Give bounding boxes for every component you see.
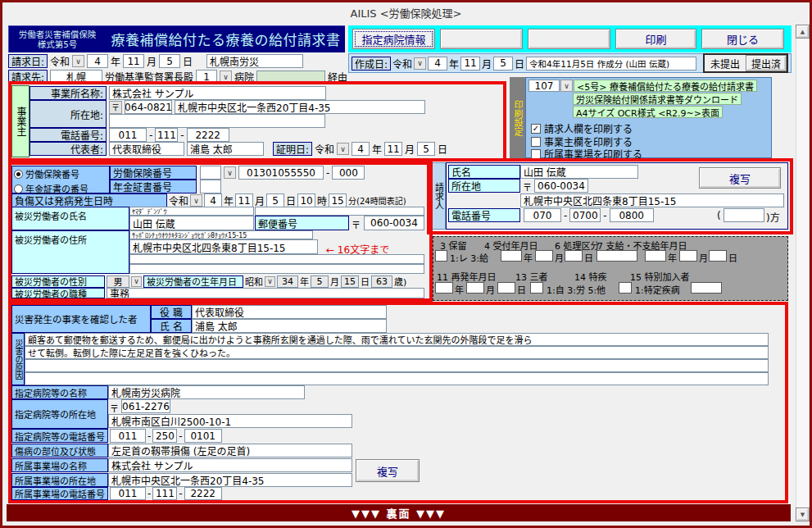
hospital-address-input[interactable]: 札幌市南区白川2500-10-1 xyxy=(108,414,352,428)
accident-cause-line2-input[interactable]: せて転倒。転倒した際に左足足首を強くひねった。 xyxy=(25,346,769,359)
ocr-f3-input[interactable] xyxy=(435,250,447,262)
employer-phone1-input[interactable]: 011 xyxy=(109,128,147,142)
print-form-code-input[interactable]: 107 xyxy=(528,80,560,92)
rodo-branch-input[interactable]: 000 xyxy=(332,166,365,180)
checkbox-checked-icon[interactable]: ✓ xyxy=(531,124,541,134)
injury-day-input[interactable]: 5 xyxy=(266,193,284,207)
cert-era-dropdown-icon[interactable]: ∨ xyxy=(337,143,349,155)
victim-address-extra2-input[interactable] xyxy=(129,264,424,274)
ocr-f4-year-input[interactable] xyxy=(501,250,522,262)
close-button[interactable]: 閉じる xyxy=(701,29,784,49)
radio-unselected-icon[interactable] xyxy=(14,184,23,193)
victim-name-kana-input[interactable]: ﾔﾏﾀﾞ ﾃﾞﾝｿﾞｳ xyxy=(129,207,254,216)
toolbar-blank-button-2[interactable] xyxy=(528,29,610,49)
ocr-f11-day-input[interactable] xyxy=(497,282,515,294)
hospital-name-input[interactable]: 札幌南労災病院 xyxy=(108,385,305,399)
victim-postal-input[interactable]: 060-0034 xyxy=(364,216,424,230)
birth-era-dropdown-icon[interactable]: ∨ xyxy=(265,276,275,287)
workplace-name-input[interactable]: 株式会社 サンプル xyxy=(108,458,352,472)
claimant-postal-input[interactable]: 060-0034 xyxy=(534,179,588,193)
hospital-phone1-input[interactable]: 011 xyxy=(110,429,146,443)
victim-age-input[interactable]: 63 xyxy=(371,275,392,288)
ocr-f7-year-input[interactable] xyxy=(645,250,666,262)
back-page-bar[interactable]: ▼▼▼ 裏面 ▼▼▼ xyxy=(7,504,791,521)
created-year-input[interactable]: 4 xyxy=(428,57,447,71)
rodo-number-input[interactable]: 01301055550 xyxy=(238,166,324,180)
ocr-f7-day-input[interactable] xyxy=(709,250,727,262)
employer-name-input[interactable]: 株式会社 サンプル xyxy=(109,86,326,100)
cert-year-input[interactable]: 4 xyxy=(352,142,370,156)
injury-month-input[interactable]: 11 xyxy=(235,193,253,207)
print-button[interactable]: 印刷 xyxy=(615,29,696,49)
ocr-f11-month-input[interactable] xyxy=(466,282,484,294)
witness-name-input[interactable]: 浦島 太郎 xyxy=(192,319,387,333)
hospital-postal-input[interactable]: 061-2276 xyxy=(121,399,170,413)
created-month-input[interactable]: 11 xyxy=(460,57,480,71)
rodo-dropdown-icon[interactable]: ∨ xyxy=(224,166,236,179)
vertical-scrollbar[interactable] xyxy=(796,25,810,521)
employer-address-input[interactable]: 札幌市中央区北一条西20丁目4-35 xyxy=(175,100,425,114)
checkbox-unchecked-icon[interactable] xyxy=(531,137,541,147)
workplace-address-input[interactable]: 札幌市中央区北一条西20丁目4-35 xyxy=(108,473,352,487)
injury-year-input[interactable]: 4 xyxy=(204,193,222,207)
nenkin-number-input[interactable] xyxy=(200,180,221,193)
scroll-down-icon[interactable]: ▼ xyxy=(796,508,810,521)
employer-address2-input[interactable] xyxy=(109,114,325,128)
via-input[interactable] xyxy=(256,71,325,83)
toolbar-blank-button-1[interactable] xyxy=(440,29,523,49)
ocr-f13-input[interactable] xyxy=(530,282,543,294)
checkbox-unchecked-icon[interactable] xyxy=(531,149,541,159)
accident-cause-line3-input[interactable] xyxy=(25,359,769,372)
claim-day-input[interactable]: 5 xyxy=(159,54,180,68)
claim-year-input[interactable]: 4 xyxy=(87,54,108,68)
victim-sex-dropdown-icon[interactable]: ∨ xyxy=(131,276,142,287)
workplace-phone1-input[interactable]: 011 xyxy=(110,487,146,500)
claimant-name-input[interactable]: 山田 伝蔵 xyxy=(520,165,638,179)
hospital-phone2-input[interactable]: 250 xyxy=(152,429,177,443)
ocr-f7-month-input[interactable] xyxy=(679,250,697,262)
claimant-phone1-input[interactable]: 070 xyxy=(524,208,561,222)
rodo-prefix-input[interactable] xyxy=(200,166,221,180)
injury-part-input[interactable]: 左足首の靱帯損傷 (左足の足首) xyxy=(108,444,352,457)
injury-minute-input[interactable]: 15 xyxy=(329,193,347,207)
route-number-input[interactable]: 1 xyxy=(196,70,217,84)
claimant-address-input[interactable]: 札幌市中央区北四条東8丁目15-15 xyxy=(520,193,784,207)
created-day-input[interactable]: 5 xyxy=(493,57,513,71)
hospital-phone3-input[interactable]: 0101 xyxy=(184,429,222,443)
hospital-info-button[interactable]: 指定病院情報 xyxy=(352,29,435,49)
workplace-phone3-input[interactable]: 2222 xyxy=(184,487,222,500)
injury-era-dropdown-icon[interactable]: ∨ xyxy=(190,194,202,207)
careof-input[interactable] xyxy=(724,208,764,222)
print-form-dropdown-icon[interactable]: ∨ xyxy=(560,80,573,92)
ocr-f4-day-input[interactable] xyxy=(565,250,583,262)
employer-phone2-input[interactable]: 111 xyxy=(155,128,178,142)
ocr-f14-input[interactable] xyxy=(619,282,632,294)
created-era-dropdown-icon[interactable]: ∨ xyxy=(414,57,426,70)
radio-selected-icon[interactable] xyxy=(14,170,23,179)
submitted-button[interactable]: 提出済 xyxy=(746,55,787,71)
claim-to-office-input[interactable]: 札幌 xyxy=(50,70,102,84)
employer-rep-title-input[interactable]: 代表取締役 xyxy=(109,142,184,156)
victim-name-kana2-input[interactable] xyxy=(255,207,424,216)
accident-cause-line1-input[interactable]: 顧客あて郵便物を郵送するため、郵便局に出かけようと事務所玄関を通過した際、雨で濡… xyxy=(25,333,769,346)
birth-year-input[interactable]: 34 xyxy=(277,275,298,288)
ocr-f6-input[interactable] xyxy=(597,250,637,262)
ocr-f15-input[interactable] xyxy=(691,282,722,294)
victim-sex-input[interactable]: 男 xyxy=(107,275,129,288)
claimant-phone3-input[interactable]: 0800 xyxy=(610,208,654,222)
claim-month-input[interactable]: 11 xyxy=(123,54,144,68)
claimant-copy-button[interactable]: 複写 xyxy=(699,167,781,189)
victim-job-input[interactable]: 事務 xyxy=(107,288,424,298)
workplace-copy-button[interactable]: 複写 xyxy=(356,459,420,482)
workplace-phone2-input[interactable]: 111 xyxy=(152,487,177,500)
birth-day-input[interactable]: 15 xyxy=(341,275,359,288)
injury-hour-input[interactable]: 10 xyxy=(297,193,315,207)
unsubmitted-button[interactable]: 未提出 xyxy=(705,55,746,71)
victim-name-input[interactable]: 山田 伝蔵 xyxy=(129,216,254,230)
ocr-f11-year-input[interactable] xyxy=(435,282,453,294)
employer-phone3-input[interactable]: 2222 xyxy=(187,128,229,142)
birth-month-input[interactable]: 5 xyxy=(311,275,329,288)
labor-office-input[interactable]: 札幌南労災 xyxy=(206,54,303,68)
created-note-input[interactable]: 令和4年11月5日 作成分 (山田 伝蔵) xyxy=(526,57,696,71)
cert-day-input[interactable]: 5 xyxy=(417,142,435,156)
